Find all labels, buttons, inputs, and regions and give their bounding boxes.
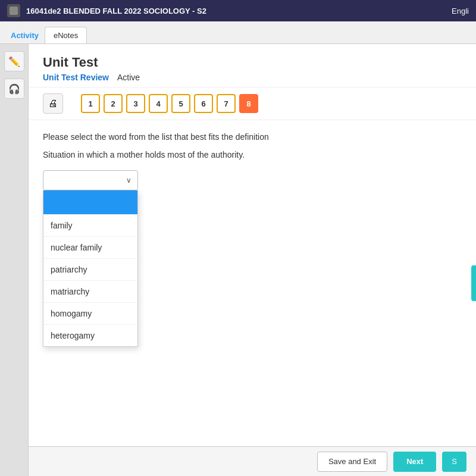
app-icon bbox=[7, 4, 20, 17]
unit-test-review-label: Unit Test Review bbox=[43, 73, 109, 82]
content-area: Unit Test Unit Test Review Active 🖨 1 2 … bbox=[29, 44, 476, 476]
option-homogamy[interactable]: homogamy bbox=[43, 302, 137, 324]
page-btn-7[interactable]: 7 bbox=[217, 94, 236, 113]
page-buttons: 1 2 3 4 5 6 7 8 bbox=[81, 94, 258, 113]
toolbar-row: 🖨 1 2 3 4 5 6 7 8 bbox=[29, 87, 476, 120]
bottom-bar: Save and Exit Next S bbox=[29, 446, 476, 476]
option-heterogamy[interactable]: heterogamy bbox=[43, 324, 137, 346]
page-title: Unit Test bbox=[43, 55, 462, 70]
pencil-button[interactable]: ✏️ bbox=[4, 51, 24, 71]
page-btn-5[interactable]: 5 bbox=[171, 94, 190, 113]
dropdown-menu: family nuclear family patriarchy matriar… bbox=[43, 190, 138, 347]
headphones-button[interactable]: 🎧 bbox=[4, 79, 24, 99]
right-edge-indicator bbox=[471, 265, 476, 301]
save-exit-button[interactable]: Save and Exit bbox=[317, 452, 387, 472]
page-btn-3[interactable]: 3 bbox=[126, 94, 145, 113]
question-text: Situation in which a mother holds most o… bbox=[43, 150, 462, 159]
submit-button[interactable]: S bbox=[442, 452, 466, 472]
pencil-icon: ✏️ bbox=[8, 56, 20, 67]
print-icon: 🖨 bbox=[48, 98, 58, 109]
tab-activity[interactable]: Activity bbox=[5, 27, 45, 43]
question-instruction: Please select the word from the list tha… bbox=[43, 132, 462, 142]
dropdown-selected[interactable] bbox=[43, 190, 137, 214]
page-btn-1[interactable]: 1 bbox=[81, 94, 100, 113]
subtitle-row: Unit Test Review Active bbox=[43, 73, 462, 82]
tab-enotes[interactable]: eNotes bbox=[45, 27, 87, 43]
page-btn-6[interactable]: 6 bbox=[194, 94, 213, 113]
tab-bar: Activity eNotes bbox=[0, 21, 476, 44]
option-family[interactable]: family bbox=[43, 214, 137, 236]
content-header: Unit Test Unit Test Review Active bbox=[29, 44, 476, 87]
left-sidebar: ✏️ 🎧 bbox=[0, 44, 29, 476]
top-bar: 16041de2 BLENDED FALL 2022 SOCIOLOGY - S… bbox=[0, 0, 476, 21]
next-button[interactable]: Next bbox=[393, 452, 436, 472]
top-bar-title: 16041de2 BLENDED FALL 2022 SOCIOLOGY - S… bbox=[26, 7, 452, 15]
question-area: Please select the word from the list tha… bbox=[29, 120, 476, 446]
page-btn-4[interactable]: 4 bbox=[149, 94, 168, 113]
print-button[interactable]: 🖨 bbox=[43, 93, 63, 114]
main-layout: ✏️ 🎧 Unit Test Unit Test Review Active 🖨… bbox=[0, 44, 476, 476]
option-patriarchy[interactable]: patriarchy bbox=[43, 258, 137, 280]
page-btn-8[interactable]: 8 bbox=[239, 94, 258, 113]
chevron-down-icon: ∨ bbox=[126, 176, 131, 184]
top-bar-right: Engli bbox=[452, 7, 469, 15]
status-badge: Active bbox=[117, 73, 140, 82]
option-nuclear-family[interactable]: nuclear family bbox=[43, 236, 137, 258]
dropdown-trigger[interactable]: ∨ bbox=[43, 170, 138, 190]
page-btn-2[interactable]: 2 bbox=[104, 94, 123, 113]
headphones-icon: 🎧 bbox=[8, 83, 20, 95]
answer-dropdown[interactable]: ∨ family nuclear family patriarchy matri… bbox=[43, 170, 138, 190]
svg-rect-0 bbox=[10, 7, 18, 15]
option-matriarchy[interactable]: matriarchy bbox=[43, 280, 137, 302]
